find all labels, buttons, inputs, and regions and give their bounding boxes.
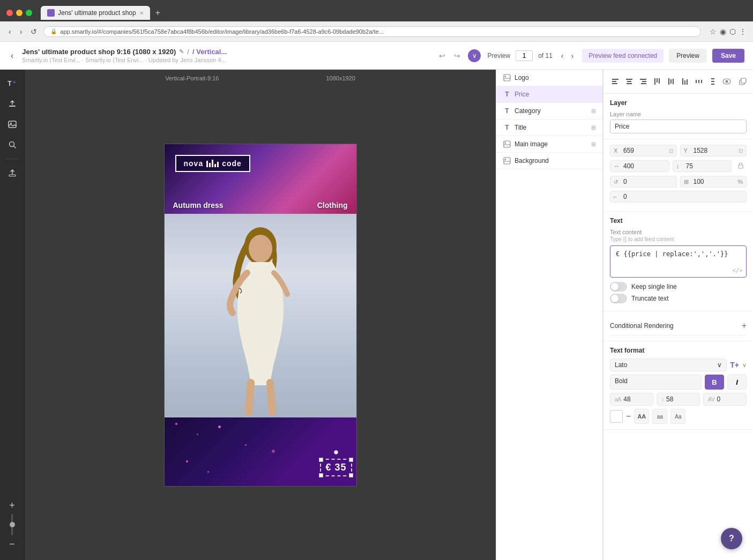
corner-input[interactable]	[623, 193, 743, 200]
line-height-input[interactable]	[666, 395, 688, 403]
font-t-plus-icon[interactable]: T+	[730, 361, 739, 369]
export-tool-button[interactable]	[4, 165, 21, 182]
profile-icon[interactable]: ◉	[720, 27, 726, 36]
prev-page-button[interactable]: ‹	[558, 50, 567, 61]
align-bottom-button[interactable]	[679, 75, 691, 88]
lock-aspect-icon[interactable]	[735, 160, 747, 173]
search-tool-button[interactable]	[4, 136, 21, 153]
text-align-aa-button[interactable]: AA	[634, 409, 649, 424]
forward-button[interactable]: ›	[18, 26, 25, 37]
w-input-group: ↔	[610, 160, 669, 172]
w-input[interactable]	[623, 162, 666, 170]
align-top-button[interactable]	[651, 75, 663, 88]
truncate-text-label: Truncate text	[631, 295, 669, 302]
text-tool-button[interactable]: T +	[4, 75, 21, 92]
code-editor-icon[interactable]: </>	[732, 267, 743, 274]
layer-item-background[interactable]: Background	[496, 153, 602, 169]
help-button[interactable]: ?	[721, 528, 742, 549]
browser-tab-active[interactable]: Jens' ultimate product shop ✕	[41, 6, 150, 20]
italic-button[interactable]: I	[727, 375, 747, 390]
align-center-h-button[interactable]	[623, 75, 636, 88]
minimize-dot[interactable]	[16, 10, 23, 16]
preview-button[interactable]: Preview	[669, 49, 707, 63]
canvas-logo-text: nova	[184, 159, 204, 168]
visibility-icon[interactable]	[719, 74, 734, 89]
collapse-panel-button[interactable]: ∨	[468, 49, 481, 62]
layer-item-logo[interactable]: Logo	[496, 70, 602, 86]
canvas-area: Vertical-Portrait-9:16 1080x1920 nova	[25, 70, 496, 560]
rotation-input[interactable]	[623, 178, 673, 185]
canvas-frame[interactable]: nova code Autumn dress Clothin	[164, 144, 357, 487]
align-right-button[interactable]	[637, 75, 650, 88]
redo-button[interactable]: ↪	[451, 49, 464, 62]
svg-rect-3	[9, 121, 16, 128]
layer-title-icon: T	[503, 123, 511, 132]
br-handle[interactable]	[349, 473, 353, 477]
letter-spacing-input[interactable]	[717, 395, 739, 403]
bookmark-icon[interactable]: ☆	[710, 27, 717, 36]
align-left-button[interactable]	[609, 75, 622, 88]
align-center-v-button[interactable]	[665, 75, 677, 88]
edit-title-icon[interactable]: ✎	[179, 48, 184, 55]
font-family-select[interactable]: Lato ∨	[610, 359, 727, 371]
bold-button[interactable]: B	[705, 375, 724, 390]
address-bar[interactable]: 🔒 app.smartly.io/#/companies/561f5ca758e…	[43, 26, 701, 37]
zoom-slider[interactable]	[11, 514, 13, 535]
distribute-h-button[interactable]	[692, 75, 705, 88]
feed-connected-button[interactable]: Preview feed connected	[582, 49, 663, 63]
truncate-text-toggle[interactable]	[610, 294, 627, 303]
svg-point-14	[505, 159, 506, 160]
layer-item-title[interactable]: T Title ⊞	[496, 120, 602, 136]
keep-single-line-toggle[interactable]	[610, 282, 627, 292]
text-align-aa-capitalize-button[interactable]: Aa	[670, 409, 685, 424]
text-content-editor[interactable]: € {{price | replace:',','.'}} </>	[610, 245, 747, 278]
canvas-format-label: Vertical-Portrait-9:16	[165, 75, 219, 81]
layer-logo-icon	[503, 73, 511, 82]
svg-rect-32	[687, 79, 688, 85]
undo-button[interactable]: ↩	[436, 49, 449, 62]
distribute-v-button[interactable]	[706, 75, 719, 88]
tr-handle[interactable]	[349, 458, 353, 462]
close-dot[interactable]	[6, 10, 13, 16]
upload-tool-button[interactable]	[4, 95, 21, 113]
layer-item-price[interactable]: T Price	[496, 86, 602, 103]
new-tab-button[interactable]: +	[151, 6, 165, 20]
bl-handle[interactable]	[319, 473, 323, 477]
text-align-aa-small-button[interactable]: aa	[652, 409, 667, 424]
opacity-input[interactable]	[694, 178, 736, 185]
next-page-button[interactable]: ›	[568, 50, 577, 61]
reload-button[interactable]: ↺	[28, 26, 39, 37]
preview-page-input[interactable]	[516, 50, 533, 61]
zoom-out-button[interactable]: −	[6, 537, 19, 550]
font-size-input[interactable]	[623, 395, 645, 403]
duplicate-icon[interactable]	[735, 74, 750, 89]
keep-single-line-row: Keep single line	[610, 282, 747, 292]
maximize-dot[interactable]	[26, 10, 32, 16]
image-tool-button[interactable]	[4, 116, 21, 133]
text-align-row: − AA aa Aa	[610, 409, 747, 424]
y-input[interactable]	[694, 147, 737, 154]
add-condition-button[interactable]: +	[742, 321, 747, 331]
extension-icon[interactable]: ⬡	[729, 27, 736, 36]
h-input[interactable]	[686, 162, 728, 170]
save-button[interactable]: Save	[712, 49, 744, 63]
x-label: X	[614, 147, 621, 154]
text-color-swatch[interactable]	[610, 410, 623, 423]
svg-rect-25	[657, 78, 658, 83]
layer-name-input[interactable]	[610, 120, 747, 133]
sidebar-collapse-button[interactable]: ‹	[9, 49, 16, 63]
minus-icon[interactable]: −	[626, 412, 631, 421]
top-selection-handle[interactable]	[334, 450, 338, 454]
opacity-group: ⊞ %	[680, 176, 747, 188]
zoom-knob[interactable]	[10, 522, 15, 527]
tl-handle[interactable]	[319, 458, 323, 462]
layer-item-category[interactable]: T Category ⊞	[496, 103, 602, 120]
more-icon[interactable]: ⋮	[739, 27, 747, 36]
add-element-button[interactable]: +	[6, 499, 19, 512]
canvas-price-container[interactable]: € 35	[320, 459, 352, 476]
layer-item-main-image[interactable]: Main image ⊞	[496, 136, 602, 153]
tab-close-button[interactable]: ✕	[139, 10, 144, 16]
back-button[interactable]: ‹	[6, 26, 13, 37]
font-weight-select[interactable]: Bold	[610, 375, 702, 390]
x-input[interactable]	[623, 147, 667, 154]
